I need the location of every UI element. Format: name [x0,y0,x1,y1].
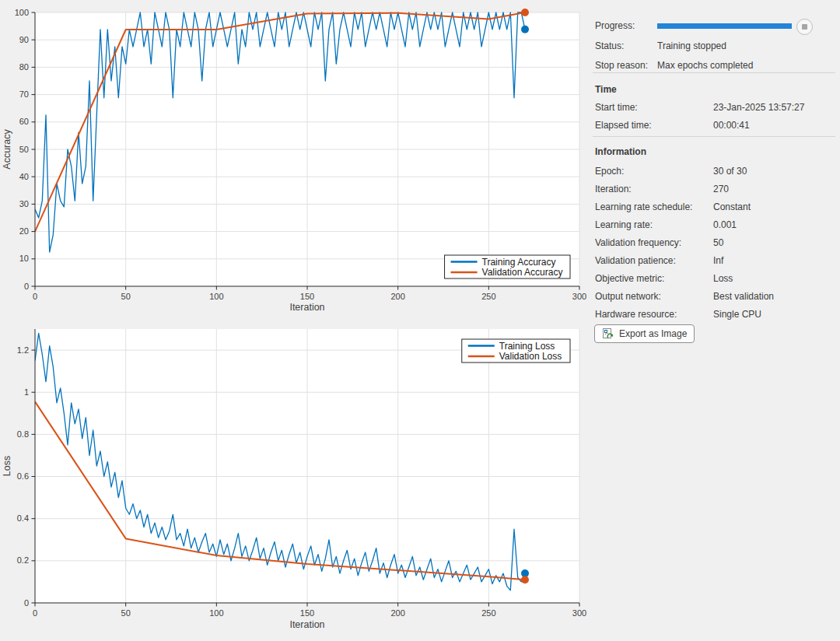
svg-text:250: 250 [481,292,495,301]
status-row: Status: Training stopped [595,39,726,53]
info-row: Output network:Best validation [595,287,836,305]
svg-text:0.4: 0.4 [17,513,29,523]
svg-text:0.2: 0.2 [17,555,29,565]
svg-text:1: 1 [24,387,29,397]
info-row: Objective metric:Loss [595,269,836,287]
info-label: Output network: [595,291,713,302]
svg-text:200: 200 [390,608,404,618]
section-divider [593,72,835,73]
info-row: Validation frequency:50 [595,233,836,251]
info-row: Learning rate schedule:Constant [595,198,836,215]
export-as-image-button[interactable]: Export as Image [594,324,695,343]
info-label: Learning rate: [595,219,713,230]
info-label: Hardware resource: [595,309,713,320]
accuracy-chart: 0501001502002503000102030405060708090100… [0,0,591,320]
time-label: Elapsed time: [595,120,713,131]
svg-text:0: 0 [24,598,29,608]
svg-text:250: 250 [481,608,495,618]
status-label: Status: [595,40,657,51]
svg-text:80: 80 [19,62,29,72]
y-axis-label: Accuracy [2,129,12,170]
info-row: Validation patience:Inf [595,251,836,269]
info-value: Loss [713,273,733,284]
status-value: Training stopped [657,40,726,51]
legend: Training AccuracyValidation Accuracy [445,255,570,278]
progress-label: Progress: [595,20,657,31]
info-label: Learning rate schedule: [595,201,713,212]
svg-text:0: 0 [33,608,37,618]
time-value: 23-Jan-2025 13:57:27 [713,102,804,113]
svg-text:0.8: 0.8 [17,429,29,439]
info-value: 270 [713,184,729,194]
svg-text:40: 40 [19,172,29,181]
legend-entry: Training Loss [499,341,555,352]
info-row: Learning rate:0.001 [595,215,836,233]
training-progress-window: 0501001502002503000102030405060708090100… [0,0,840,641]
svg-text:90: 90 [19,35,29,44]
svg-text:150: 150 [300,292,314,301]
info-label: Objective metric: [595,273,713,284]
time-section: Start time:23-Jan-2025 13:57:27Elapsed t… [595,98,836,134]
svg-text:0.6: 0.6 [17,471,29,481]
svg-text:200: 200 [390,292,404,301]
info-value: Inf [713,255,723,266]
svg-text:60: 60 [19,117,29,126]
svg-text:50: 50 [121,292,131,301]
progress-row: Progress: [595,19,792,33]
legend: Training LossValidation Loss [462,339,570,363]
section-divider [593,136,835,137]
export-image-icon [602,328,614,340]
loss-chart: 05010015020025030000.20.40.60.811.2Itera… [0,320,591,641]
time-value: 00:00:41 [713,120,750,131]
svg-text:100: 100 [209,292,223,301]
stop-icon [802,24,807,30]
legend-entry: Validation Accuracy [482,267,563,278]
svg-text:10: 10 [19,254,29,263]
stop-reason-row: Stop reason: Max epochs completed [595,58,753,72]
info-label: Validation frequency: [595,237,713,248]
svg-text:0: 0 [24,282,29,291]
x-axis-label: Iteration [289,619,324,630]
svg-text:50: 50 [121,608,131,618]
stop-reason-value: Max epochs completed [657,60,753,71]
info-value: Best validation [713,291,774,302]
info-row: Iteration:270 [595,180,836,198]
info-value: Constant [713,201,751,212]
svg-text:100: 100 [209,608,223,618]
svg-text:1.2: 1.2 [17,345,29,355]
validation-loss-final-marker [521,576,529,583]
legend-entry: Validation Loss [499,351,562,362]
svg-text:50: 50 [19,145,29,154]
stop-button[interactable] [796,19,813,35]
info-row: Hardware resource:Single CPU [595,305,836,323]
progress-bar [657,23,792,29]
time-row: Elapsed time:00:00:41 [595,116,836,134]
info-label: Epoch: [595,166,713,177]
svg-text:300: 300 [572,608,586,618]
time-row: Start time:23-Jan-2025 13:57:27 [595,98,836,116]
svg-text:70: 70 [19,89,29,99]
info-label: Iteration: [595,184,713,194]
time-label: Start time: [595,102,713,113]
info-value: 30 of 30 [713,166,747,177]
svg-text:20: 20 [19,226,29,236]
x-axis-label: Iteration [289,302,324,313]
info-value: Single CPU [713,309,761,320]
information-section: Epoch:30 of 30Iteration:270Learning rate… [595,162,836,323]
y-axis-label: Loss [2,456,12,476]
info-value: 50 [713,237,723,248]
svg-text:100: 100 [15,8,29,17]
export-button-label: Export as Image [619,328,687,339]
time-section-header: Time [595,84,617,95]
legend-entry: Training Accuracy [482,257,556,268]
svg-text:0: 0 [33,292,37,301]
svg-text:150: 150 [300,608,314,618]
info-value: 0.001 [713,219,737,230]
validation-accuracy-final-marker [521,9,529,16]
training-accuracy-final-marker [521,26,529,33]
stop-reason-label: Stop reason: [595,60,657,71]
info-row: Epoch:30 of 30 [595,162,836,180]
information-section-header: Information [595,146,646,157]
training-info-panel: Progress: Status: Training stopped Stop … [587,0,840,641]
info-label: Validation patience: [595,255,713,266]
